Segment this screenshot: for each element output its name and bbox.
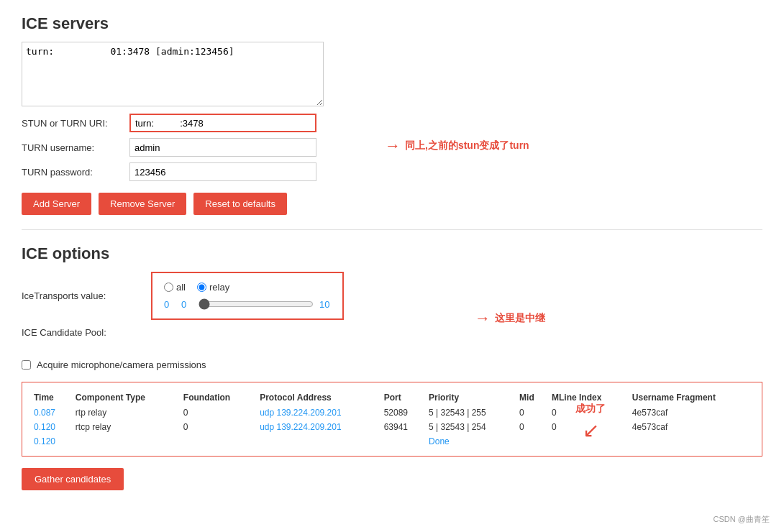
section-divider	[22, 229, 762, 230]
ice-options-title: ICE options	[22, 244, 762, 263]
time-cell: 0.120	[29, 434, 71, 449]
component-type-cell: rtcp relay	[71, 420, 179, 434]
col-priority: Priority	[424, 390, 515, 405]
pool-slider[interactable]	[199, 298, 314, 310]
remove-server-button[interactable]: Remove Server	[99, 193, 186, 215]
pool-min-label: 0	[164, 299, 176, 310]
turn-username-input[interactable]	[129, 138, 316, 157]
ice-options-section: ICE options IceTransports value: all	[22, 244, 762, 345]
turn-password-input[interactable]	[129, 162, 316, 181]
col-protocol-address: Protocol Address	[255, 390, 380, 405]
ice-servers-section: ICE servers turn: 01:3478 [admin:123456]…	[22, 14, 762, 215]
col-mid: Mid	[515, 390, 547, 405]
turn-password-label: TURN password:	[22, 167, 129, 178]
radio-relay-label[interactable]: relay	[197, 282, 229, 293]
ice-options-box: all relay 0 0 10	[151, 272, 344, 320]
username-fragment-cell: 4e573caf	[628, 420, 755, 434]
radio-all-label[interactable]: all	[164, 282, 186, 293]
acquire-permissions-label: Acquire microphone/camera permissions	[37, 359, 206, 370]
pool-max-label: 10	[319, 299, 331, 310]
stun-turn-label: STUN or TURN URI:	[22, 118, 129, 129]
turn-password-row: TURN password:	[22, 162, 762, 181]
pool-current-label: 0	[181, 299, 193, 310]
protocol-address-cell: udp 139.224.209.201	[255, 405, 380, 420]
reset-defaults-button[interactable]: Reset to defaults	[193, 193, 287, 215]
acquire-permissions-row: Acquire microphone/camera permissions	[22, 359, 762, 370]
component-type-cell: rtp relay	[71, 405, 179, 420]
col-mline-index: MLine Index	[547, 390, 628, 405]
turn-username-row: TURN username:	[22, 138, 762, 157]
foundation-cell: 0	[179, 420, 255, 434]
mline-index-cell: 0	[547, 405, 628, 420]
time-cell: 0.120	[29, 420, 71, 434]
radio-relay[interactable]	[197, 283, 206, 292]
priority-cell: 5 | 32543 | 255	[424, 405, 515, 420]
protocol-address-cell: udp 139.224.209.201	[255, 420, 380, 434]
table-row: 0.087rtp relay0udp 139.224.209.201520895…	[29, 405, 755, 420]
port-cell: 63941	[380, 420, 424, 434]
done-text: Done	[424, 434, 755, 449]
acquire-permissions-checkbox[interactable]	[22, 360, 31, 370]
mline-index-cell: 0	[547, 420, 628, 434]
priority-cell: 5 | 32543 | 254	[424, 420, 515, 434]
watermark: CSDN @曲青笙	[714, 514, 770, 525]
server-list-textarea[interactable]: turn: 01:3478 [admin:123456]	[22, 42, 324, 106]
radio-all[interactable]	[164, 283, 173, 292]
col-time: Time	[29, 390, 71, 405]
gather-candidates-button[interactable]: Gather candidates	[22, 468, 124, 490]
mid-cell: 0	[515, 405, 547, 420]
pool-label: ICE Candidate Pool:	[22, 327, 151, 338]
table-row: 0.120rtcp relay0udp 139.224.209.20163941…	[29, 420, 755, 434]
table-header-row: Time Component Type Foundation Protocol …	[29, 390, 755, 405]
mid-cell: 0	[515, 420, 547, 434]
pool-row: 0 0 10	[164, 298, 331, 310]
col-port: Port	[380, 390, 424, 405]
stun-turn-input[interactable]	[129, 114, 316, 132]
server-buttons-row: Add Server Remove Server Reset to defaul…	[22, 193, 762, 215]
candidates-table-wrapper: Time Component Type Foundation Protocol …	[22, 382, 762, 457]
table-row: 0.120Done	[29, 434, 755, 449]
ice-servers-title: ICE servers	[22, 14, 762, 33]
transports-label: IceTransports value:	[22, 290, 151, 301]
time-cell: 0.087	[29, 405, 71, 420]
candidates-table: Time Component Type Foundation Protocol …	[29, 390, 755, 449]
col-username-fragment: Username Fragment	[628, 390, 755, 405]
pool-label-row: ICE Candidate Pool:	[22, 327, 344, 338]
username-fragment-cell: 4e573caf	[628, 405, 755, 420]
port-cell: 52089	[380, 405, 424, 420]
stun-turn-row: STUN or TURN URI:	[22, 114, 762, 132]
turn-username-label: TURN username:	[22, 142, 129, 153]
col-foundation: Foundation	[179, 390, 255, 405]
add-server-button[interactable]: Add Server	[22, 193, 91, 215]
transports-row: IceTransports value: all relay	[22, 272, 344, 320]
col-component-type: Component Type	[71, 390, 179, 405]
radio-group: all relay	[164, 282, 331, 293]
foundation-cell: 0	[179, 405, 255, 420]
